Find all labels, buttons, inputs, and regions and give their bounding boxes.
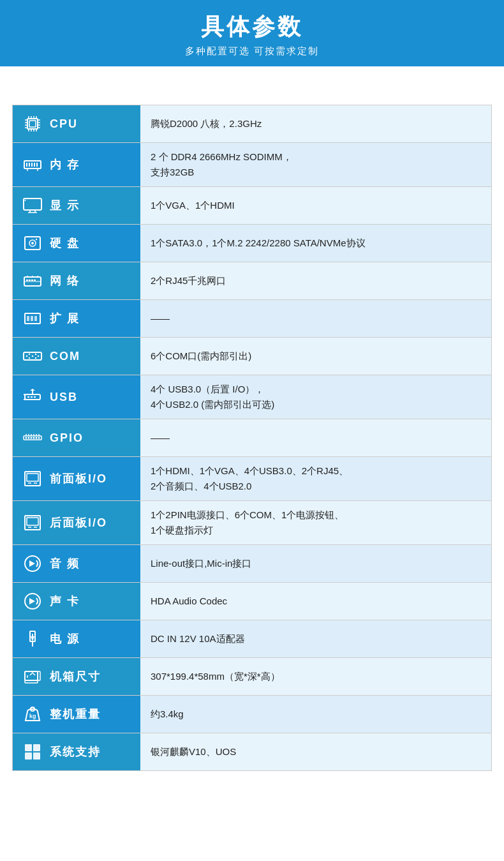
svg-point-55 [35,357,36,359]
row-power: 电 源DC IN 12V 10A适配器 [13,620,491,658]
value-text-gpio: —— [151,430,170,445]
value-audio: Line-out接口,Mic-in接口 [140,545,491,582]
value-rear-io: 1个2PIN电源接口、6个COM、1个电源按钮、1个硬盘指示灯 [140,501,491,544]
value-memory: 2 个 DDR4 2666MHz SODIMM，支持32GB [140,143,491,186]
row-weight: kg 整机重量约3.4kg [13,696,491,733]
gpio-icon [20,426,45,450]
row-hdd: 硬 盘1个SATA3.0，1个M.2 2242/2280 SATA/NVMe协议 [13,225,491,262]
audio-icon [20,551,45,576]
label-text-soundcard: 声 卡 [50,594,80,609]
value-usb: 4个 USB3.0（后置 I/O），4个USB2.0 (需内部引出可选) [140,375,491,419]
label-text-rear-io: 后面板I/O [50,515,107,530]
row-usb: USB4个 USB3.0（后置 I/O），4个USB2.0 (需内部引出可选) [13,375,491,419]
row-expand: 扩 展—— [13,300,491,338]
value-text-dimensions: 307*199.4*58mm（宽*深*高） [151,669,280,684]
svg-point-27 [25,200,26,201]
label-display: 显 示 [13,187,140,224]
svg-rect-93 [25,671,38,680]
svg-marker-91 [31,636,34,641]
hdd-icon [20,231,45,255]
page-subtitle: 多种配置可选 可按需求定制 [13,45,491,57]
svg-point-34 [36,239,37,240]
value-dimensions: 307*199.4*58mm（宽*深*高） [140,658,491,695]
value-cpu: 腾锐D2000 八核，2.3GHz [140,105,491,142]
svg-rect-37 [29,280,31,281]
value-text-network: 2个RJ45千兆网口 [151,273,226,288]
svg-point-50 [29,354,30,355]
dimensions-icon [20,664,45,689]
value-text-os: 银河麒麟V10、UOS [151,744,236,760]
svg-rect-103 [25,744,32,751]
svg-rect-78 [27,474,38,481]
svg-point-67 [31,437,33,439]
svg-point-52 [29,357,30,359]
label-power: 电 源 [13,620,140,657]
label-audio: 音 频 [13,545,140,582]
label-text-audio: 音 频 [50,556,80,571]
value-weight: 约3.4kg [140,696,491,733]
label-text-com: COM [50,350,80,363]
specs-table: CPU腾锐D2000 八核，2.3GHz 内 存2 个 DDR4 2666MHz… [12,105,492,771]
weight-icon: kg [20,702,45,726]
value-text-usb: 4个 USB3.0（后置 I/O），4个USB2.0 (需内部引出可选) [151,382,274,412]
value-text-audio: Line-out接口,Mic-in接口 [151,556,251,571]
value-soundcard: HDA Audio Codec [140,583,491,620]
value-network: 2个RJ45千兆网口 [140,262,491,299]
com-icon [20,344,45,368]
value-text-power: DC IN 12V 10A适配器 [151,631,245,647]
svg-rect-58 [31,396,33,398]
label-text-dimensions: 机箱尺寸 [50,669,101,684]
label-os: 系统支持 [13,733,140,770]
row-network: 网 络2个RJ45千兆网口 [13,262,491,300]
value-gpio: —— [140,419,491,456]
label-text-power: 电 源 [50,631,80,647]
label-text-network: 网 络 [50,273,80,288]
label-dimensions: 机箱尺寸 [13,658,140,695]
value-hdd: 1个SATA3.0，1个M.2 2242/2280 SATA/NVMe协议 [140,225,491,262]
label-text-weight: 整机重量 [50,707,101,722]
value-text-expand: —— [151,311,170,326]
label-text-usb: USB [50,391,78,404]
svg-rect-59 [34,396,36,398]
usb-icon [20,385,45,409]
expand-icon [20,306,45,331]
network-icon [20,269,45,293]
value-text-cpu: 腾锐D2000 八核，2.3GHz [151,116,262,131]
value-com: 6个COM口(需内部引出) [140,338,491,375]
label-text-gpio: GPIO [50,431,84,445]
svg-marker-88 [29,598,35,604]
label-weight: kg 整机重量 [13,696,140,733]
svg-point-54 [38,356,39,357]
row-soundcard: 声 卡HDA Audio Codec [13,583,491,620]
label-text-os: 系统支持 [50,744,101,760]
svg-point-70 [38,437,40,439]
svg-point-69 [36,437,38,439]
svg-rect-21 [31,163,33,167]
memory-icon [20,153,45,177]
svg-rect-22 [34,163,35,167]
label-rear-io: 后面板I/O [13,501,140,544]
svg-rect-47 [34,316,37,321]
svg-rect-45 [27,316,29,321]
value-text-memory: 2 个 DDR4 2666MHz SODIMM，支持32GB [151,149,292,180]
svg-rect-20 [29,163,30,167]
row-com: COM6个COM口(需内部引出) [13,338,491,375]
label-network: 网 络 [13,262,140,299]
row-display: 显 示1个VGA、1个HDMI [13,187,491,225]
value-text-front-io: 1个HDMI、1个VGA、4个USB3.0、2个RJ45、2个音频口、4个USB… [151,463,348,494]
label-text-expand: 扩 展 [50,311,80,326]
label-gpio: GPIO [13,419,140,456]
label-cpu: CPU [13,105,140,142]
svg-rect-1 [29,121,36,127]
svg-rect-26 [24,198,41,210]
cpu-icon [20,112,45,136]
display-icon [20,193,45,218]
rear-io-icon [20,511,45,535]
value-text-display: 1个VGA、1个HDMI [151,198,235,213]
svg-rect-19 [26,163,27,167]
svg-rect-46 [31,316,33,321]
svg-point-53 [35,354,36,355]
svg-marker-63 [30,389,35,391]
value-expand: —— [140,300,491,337]
value-display: 1个VGA、1个HDMI [140,187,491,224]
